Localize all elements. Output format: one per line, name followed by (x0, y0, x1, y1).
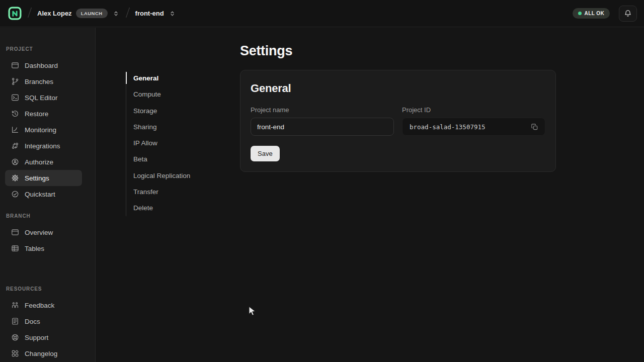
project-switcher[interactable]: front-end (135, 9, 177, 18)
overview-icon (11, 228, 19, 236)
dashboard-icon (11, 61, 19, 69)
sidebar-item-sql-editor[interactable]: SQL Editor (5, 89, 82, 106)
card-heading: General (251, 82, 545, 95)
sidebar-section-label: BRANCH (6, 213, 95, 219)
sidebar-section-branch: BRANCH Overview Tables (0, 213, 95, 256)
sidebar-item-label: Support (25, 334, 48, 341)
sidebar-item-label: Restore (25, 110, 48, 118)
settings-nav-transfer[interactable]: Transfer (126, 184, 226, 200)
workspace-badge: LAUNCH (76, 9, 108, 18)
general-settings-card: General Project name Project ID broad-sa… (240, 70, 556, 172)
copy-icon (531, 123, 538, 131)
sidebar-item-dashboard[interactable]: Dashboard (5, 57, 82, 73)
sidebar-item-label: Changelog (25, 350, 57, 357)
sidebar-item-label: Tables (25, 245, 44, 252)
status-dot (578, 12, 582, 15)
sidebar-section-project: PROJECT Dashboard Branches SQL Editor Re… (0, 46, 95, 202)
sidebar-item-overview[interactable]: Overview (5, 224, 82, 240)
sidebar-item-label: Docs (25, 318, 40, 325)
sidebar-item-label: Dashboard (25, 62, 58, 69)
feedback-icon (11, 301, 19, 309)
sidebar-item-monitoring[interactable]: Monitoring (5, 122, 82, 138)
sidebar-item-docs[interactable]: Docs (5, 313, 82, 329)
authorize-icon (11, 158, 19, 166)
main-content: Settings General Compute Storage Sharing… (96, 28, 644, 362)
docs-icon (11, 317, 19, 325)
sidebar-item-authorize[interactable]: Authorize (5, 154, 82, 170)
save-button[interactable]: Save (251, 146, 280, 161)
status-badge[interactable]: ALL OK (573, 8, 610, 19)
sidebar-item-tables[interactable]: Tables (5, 240, 82, 256)
restore-icon (11, 110, 19, 118)
breadcrumb-slash (124, 6, 131, 21)
bell-icon (624, 10, 632, 18)
settings-nav-sharing[interactable]: Sharing (126, 119, 226, 135)
sql-editor-icon (11, 94, 19, 102)
project-name: front-end (135, 10, 164, 17)
settings-nav-storage[interactable]: Storage (126, 103, 226, 119)
project-id-value: broad-salad-13507915 (410, 123, 486, 131)
changelog-icon (11, 349, 19, 357)
project-name-label: Project name (251, 106, 394, 114)
workspace-name: Alex Lopez (37, 10, 72, 17)
sidebar-section-label: PROJECT (6, 46, 95, 52)
sidebar-section-resources: RESOURCES Feedback Docs Support Changelo… (0, 286, 95, 362)
project-name-input[interactable] (251, 118, 394, 136)
sidebar-item-label: Integrations (25, 142, 60, 150)
sidebar-section-label: RESOURCES (6, 286, 95, 292)
sidebar-item-support[interactable]: Support (5, 329, 82, 345)
project-id-field-group: Project ID broad-salad-13507915 (402, 106, 545, 136)
settings-nav-ip-allow[interactable]: IP Allow (126, 135, 226, 151)
top-bar: Alex Lopez LAUNCH front-end ALL OK (0, 0, 644, 27)
sidebar-item-restore[interactable]: Restore (5, 106, 82, 122)
settings-gear-icon (11, 174, 19, 182)
sidebar-item-feedback[interactable]: Feedback (5, 297, 82, 313)
sidebar-item-label: Feedback (25, 302, 54, 309)
neon-logo[interactable] (7, 6, 22, 21)
page-title: Settings (240, 43, 292, 59)
sidebar-item-label: Authorize (25, 158, 53, 166)
chevron-updown-icon[interactable] (168, 9, 177, 18)
copy-button[interactable] (528, 120, 541, 133)
sidebar-item-settings[interactable]: Settings (5, 170, 82, 186)
bell-button[interactable] (619, 6, 637, 22)
project-id-field: broad-salad-13507915 (402, 118, 545, 136)
sidebar-item-changelog[interactable]: Changelog (5, 345, 82, 361)
sidebar: PROJECT Dashboard Branches SQL Editor Re… (0, 28, 96, 362)
project-id-label: Project ID (402, 106, 545, 114)
breadcrumb-slash (26, 6, 33, 21)
sidebar-item-label: Quickstart (25, 191, 55, 198)
sidebar-item-integrations[interactable]: Integrations (5, 138, 82, 154)
sidebar-item-label: Settings (25, 174, 49, 182)
chevron-updown-icon[interactable] (112, 9, 120, 18)
sidebar-item-quickstart[interactable]: Quickstart (5, 186, 82, 202)
tables-icon (11, 244, 19, 252)
workspace-switcher[interactable]: Alex Lopez LAUNCH (37, 9, 120, 18)
settings-nav-general[interactable]: General (126, 70, 226, 86)
status-label: ALL OK (585, 11, 604, 16)
monitoring-icon (11, 126, 19, 134)
sidebar-item-label: Overview (25, 229, 53, 236)
settings-nav-compute[interactable]: Compute (126, 86, 226, 103)
settings-nav-delete[interactable]: Delete (126, 200, 226, 216)
quickstart-icon (11, 190, 19, 198)
sidebar-item-label: SQL Editor (25, 94, 58, 102)
sidebar-item-label: Monitoring (25, 126, 56, 134)
support-icon (11, 333, 19, 341)
branches-icon (11, 77, 19, 85)
settings-subnav: General Compute Storage Sharing IP Allow… (126, 70, 226, 217)
integrations-icon (11, 142, 19, 150)
settings-nav-beta[interactable]: Beta (126, 151, 226, 167)
sidebar-item-branches[interactable]: Branches (5, 73, 82, 89)
project-name-field-group: Project name (251, 106, 394, 136)
settings-nav-logical-replication[interactable]: Logical Replication (126, 168, 226, 184)
sidebar-item-label: Branches (25, 78, 53, 85)
